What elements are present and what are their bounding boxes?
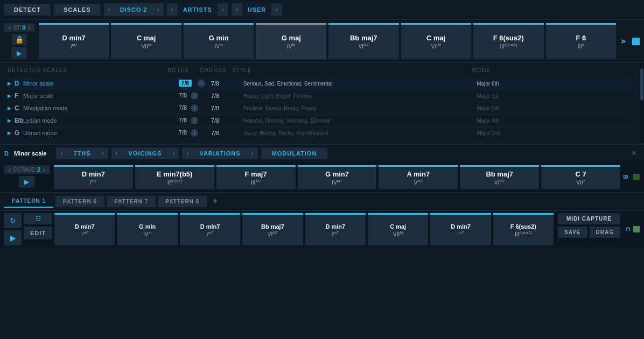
chord-card-a-6[interactable]: F 6(sus2) III6(sus2) [473,23,544,59]
drag-button[interactable]: DRAG [590,227,620,238]
loop-button[interactable]: ↻ [4,213,22,228]
chord-sub-c-6: im7 [458,231,464,237]
chord-card-a-4[interactable]: Bb maj7 VIM7 [328,23,399,59]
play-button-b[interactable]: ▶ [19,176,34,188]
play-button-a[interactable]: ▶ [11,47,27,59]
user-prev[interactable]: ‹ [232,3,242,16]
chord-card-c-3[interactable]: Bb maj7 VIM7 [242,213,303,245]
chord-name-b-2: F maj7 [244,170,267,178]
chord-name-b-1: E min7(b5) [157,170,192,178]
chord-card-a-0[interactable]: D min7 im7 [39,23,109,59]
chord-card-a-5[interactable]: C maj VIIM [401,23,472,59]
chord-card-b-5[interactable]: Bb maj7 VIM7 [460,165,539,189]
edit-button[interactable]: EDIT [24,227,52,239]
scale-key-2: C [15,104,23,112]
artists-prev[interactable]: ‹ [167,3,178,16]
chord-name-c-7: F 6(sus2) [510,223,536,230]
play-icon-2[interactable]: ▶ [8,105,11,111]
chord-card-a-3[interactable]: G maj IVM [256,23,326,59]
scale-notes-2: 7/8 i [179,104,211,112]
info-icon-2[interactable]: i [191,104,198,112]
user-next[interactable]: › [271,3,282,16]
close-button[interactable]: × [628,149,640,158]
sevenths-next[interactable]: › [97,147,108,159]
octave-prev[interactable]: ‹ [7,166,12,173]
chord-card-b-3[interactable]: G min7 IVm7 [298,165,377,189]
chord-card-a-7[interactable]: F 6 III6 [546,23,617,59]
right-controls: MIDI CAPTURE SAVE DRAG [558,213,620,245]
variations-next[interactable]: › [247,147,258,159]
scale-notes-0: 7/8 i [179,80,211,87]
section-a-indicator [632,38,640,45]
chord-card-b-1[interactable]: E min7(b5) iim7(b5) [135,165,214,189]
lock-button[interactable]: 🔒 [12,34,27,45]
chord-card-c-7[interactable]: F 6(sus2) III6(sus2) [493,213,554,245]
chord-card-b-0[interactable]: D min7 im7 [54,165,133,189]
chord-card-c-2[interactable]: D min7 im7 [180,213,240,245]
chord-card-c-5[interactable]: C maj VIIM [368,213,428,245]
pattern-tab-0[interactable]: PATTERN 1 [4,195,53,208]
artists-next[interactable]: › [218,3,228,16]
scale-row-0[interactable]: ▶ D Minor scale 7/8 i 7/8 Serious, Sad, … [8,77,632,90]
user-label: USER [242,4,272,16]
chord-card-c-6[interactable]: D min7 im7 [430,213,491,245]
chord-sub: VIIM [142,43,151,50]
play-icon-0[interactable]: ▶ [8,81,11,86]
top-nav: DETECT SCALES ‹ DISCO 2 › ‹ ARTISTS › ‹ … [0,0,644,20]
octave-next[interactable]: › [41,166,47,173]
info-icon-3[interactable]: i [191,117,198,124]
modulation-button[interactable]: MODULATION [261,147,328,159]
disco-next[interactable]: › [153,3,164,16]
chord-card-b-2[interactable]: F maj7 IIIM7 [216,165,296,189]
pattern-tabs: PATTERN 1PATTERN 6PATTERN 7PATTERN 8 [4,195,207,208]
chord-card-b-6[interactable]: C 7 VII7 [541,165,620,189]
play-icon-4[interactable]: ▶ [8,130,11,136]
detect-button[interactable]: DETECT [4,4,51,16]
chord-card-c-1[interactable]: G min IVm [117,213,177,245]
pattern-tab-3[interactable]: PATTERN 8 [158,196,207,207]
scale-key-4: G [15,129,23,137]
sevenths-nav: ‹ 7THS › [56,147,108,159]
chord-name: G maj [282,34,301,42]
pattern-tab-2[interactable]: PATTERN 7 [107,196,156,207]
grid-button[interactable]: ☷ [24,213,52,224]
chord-name: D min7 [62,34,86,42]
voicings-prev[interactable]: ‹ [111,147,122,159]
voicings-next[interactable]: › [168,147,179,159]
scrollbar[interactable] [640,63,644,144]
chord-sub-c-4: im7 [332,231,339,237]
scales-button[interactable]: SCALES [54,4,101,16]
chord-card-c-0[interactable]: D min7 im7 [54,213,115,245]
chord-card-a-2[interactable]: G min IVm [184,23,254,59]
chord-card-a-1[interactable]: C maj VIIM [111,23,181,59]
scale-style-3: Hopeful, Dreamy, Yearning, Ethereal [243,118,477,124]
play-button-c[interactable]: ▶ [4,230,22,245]
scale-row-3[interactable]: ▶ Bb Lydian mode 7/8 i 7/8 Hopeful, Drea… [8,115,632,127]
save-button[interactable]: SAVE [558,227,587,238]
pattern-tab-1[interactable]: PATTERN 6 [55,196,104,207]
scale-row-1[interactable]: ▶ F Major scale 7/8 i 7/8 Happy, Light, … [8,90,632,102]
save-drag-group: SAVE DRAG [558,227,620,238]
st-prev[interactable]: ‹ [7,24,12,31]
st-next[interactable]: › [26,24,32,31]
info-icon-1[interactable]: i [191,92,198,100]
chord-card-b-4[interactable]: A min7 Vm7 [379,165,458,189]
info-icon-0[interactable]: i [198,80,205,87]
midi-capture-button[interactable]: MIDI CAPTURE [558,213,620,224]
section-a-right: A [618,23,640,59]
disco-prev[interactable]: ‹ [104,3,115,16]
chord-card-c-4[interactable]: D min7 im7 [305,213,366,245]
scale-chords-2: 7/8 [211,105,243,111]
scale-row-2[interactable]: ▶ C Mixolydian mode 7/8 i 7/8 Positive, … [8,102,632,115]
play-icon-1[interactable]: ▶ [8,93,11,98]
voicings-label: VOICINGS [122,148,169,159]
variations-prev[interactable]: ‹ [182,147,193,159]
chord-sub-c-2: im7 [207,231,213,237]
add-pattern-button[interactable]: + [209,196,221,207]
scale-row-4[interactable]: ▶ G Dorian mode 7/8 i 7/8 Jazzy, Bluesy,… [8,127,632,139]
scales-header: DETECTED SCALES NOTES CHORDS STYLE MODE [8,67,632,73]
sevenths-prev[interactable]: ‹ [56,147,67,159]
octave-row: ‹ OCTAVE: 2 › [4,165,50,174]
info-icon-4[interactable]: i [191,129,198,137]
play-icon-3[interactable]: ▶ [8,118,11,123]
